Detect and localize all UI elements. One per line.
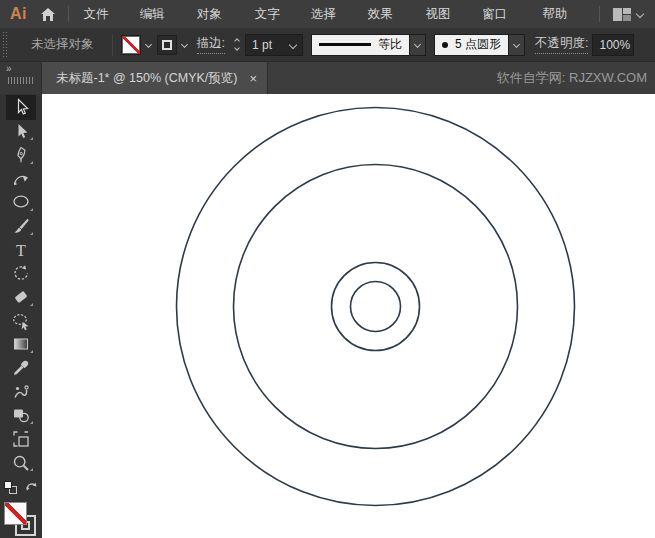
artwork-concentric-circles (42, 94, 655, 538)
main-menu: 文件(F) 编辑(E) 对象(O) 文字(T) 选择(S) 效果(C) 视图(V… (76, 0, 592, 28)
eraser-tool[interactable] (6, 285, 36, 309)
rotate-tool[interactable] (6, 262, 36, 286)
selection-tool[interactable] (6, 95, 36, 120)
workspace-switcher[interactable] (592, 6, 655, 22)
uniform-profile-preview (319, 43, 371, 46)
stroke-width-stepper[interactable] (231, 39, 243, 50)
swap-fill-stroke-icon[interactable] (25, 478, 38, 496)
chevron-down-icon (289, 40, 297, 48)
stroke-label[interactable]: 描边: (197, 35, 225, 54)
separator (68, 6, 69, 22)
stroke-color-swatch[interactable] (157, 35, 177, 55)
menu-bar: Ai 文件(F) 编辑(E) 对象(O) 文字(T) 选择(S) 效果(C) 视… (0, 0, 655, 28)
paintbrush-tool[interactable] (6, 214, 36, 238)
stroke-profile-select[interactable]: 等比 (311, 34, 410, 56)
tools-panel: T (0, 94, 42, 538)
opacity-label[interactable]: 不透明度: (535, 35, 588, 54)
canvas[interactable] (42, 94, 655, 538)
menu-item-window[interactable]: 窗口(W) (474, 0, 534, 28)
tab-bar: » 未标题-1* @ 150% (CMYK/预览) × 软件自学网: RJZXW… (0, 62, 655, 94)
menu-item-file[interactable]: 文件(F) (76, 0, 132, 28)
menu-item-help[interactable]: 帮助(H) (534, 0, 592, 28)
panel-grip[interactable] (2, 32, 9, 58)
document-tab[interactable]: 未标题-1* @ 150% (CMYK/预览) × (42, 62, 268, 94)
tab-close-icon[interactable]: × (249, 72, 257, 85)
app-logo: Ai (0, 5, 35, 23)
stroke-dropdown-chevron[interactable] (177, 34, 193, 56)
opacity-input[interactable]: 100% (592, 34, 634, 56)
brush-preview-dot (442, 42, 448, 48)
fill-color-swatch[interactable] (121, 35, 141, 55)
puppet-warp-tool[interactable] (6, 380, 36, 404)
home-icon[interactable] (35, 0, 61, 28)
zoom-tool[interactable] (6, 451, 36, 475)
lasso-tool[interactable] (6, 309, 36, 333)
illustrator-window: Ai 文件(F) 编辑(E) 对象(O) 文字(T) 选择(S) 效果(C) 视… (0, 0, 655, 538)
collapse-panel-icon[interactable]: » (6, 64, 13, 74)
type-tool[interactable]: T (6, 238, 36, 262)
document-title: 未标题-1* @ 150% (CMYK/预览) (56, 70, 237, 87)
menu-item-select[interactable]: 选择(S) (303, 0, 360, 28)
stroke-width-value: 1 pt (252, 38, 272, 52)
svg-text:T: T (16, 241, 26, 258)
main-area: T (0, 94, 655, 538)
default-fill-stroke-icon[interactable] (4, 481, 17, 494)
fill-dropdown-chevron[interactable] (141, 34, 157, 56)
stroke-profile-value: 等比 (378, 36, 402, 53)
menu-item-edit[interactable]: 编辑(E) (132, 0, 189, 28)
toolbar-grip[interactable] (8, 77, 34, 85)
profile-dropdown-chevron[interactable] (410, 34, 426, 56)
separator (599, 6, 600, 22)
toolbar-header: » (0, 62, 42, 94)
eyedropper-tool[interactable] (6, 356, 36, 380)
control-bar: 未选择对象 描边: 1 pt 等比 5 点圆形 不透明度: 100% (0, 28, 655, 62)
brush-name: 5 点圆形 (455, 36, 501, 53)
menu-item-type[interactable]: 文字(T) (247, 0, 303, 28)
fill-indicator-none[interactable] (4, 502, 27, 525)
gradient-tool[interactable] (6, 333, 36, 357)
shape-builder-tool[interactable] (6, 404, 36, 428)
ellipse-tool[interactable] (6, 191, 36, 215)
artboard-tool[interactable] (6, 427, 36, 451)
curvature-tool[interactable] (6, 167, 36, 191)
workspace-grid-icon (613, 8, 631, 21)
opacity-value: 100% (599, 38, 630, 52)
menu-item-effect[interactable]: 效果(C) (360, 0, 418, 28)
brush-select[interactable]: 5 点圆形 (434, 34, 509, 56)
watermark-text: 软件自学网: RJZXW.COM (497, 62, 655, 94)
swatch-controls (4, 478, 38, 496)
menu-item-object[interactable]: 对象(O) (189, 0, 247, 28)
stroke-width-input[interactable]: 1 pt (245, 34, 303, 56)
direct-selection-tool[interactable] (6, 120, 36, 144)
brush-dropdown-chevron[interactable] (509, 34, 525, 56)
selection-status: 未选择对象 (13, 36, 104, 53)
separator (112, 34, 113, 56)
pen-tool[interactable] (6, 143, 36, 167)
chevron-down-icon (636, 10, 644, 18)
fill-stroke-indicator (4, 502, 38, 537)
menu-item-view[interactable]: 视图(V) (417, 0, 474, 28)
